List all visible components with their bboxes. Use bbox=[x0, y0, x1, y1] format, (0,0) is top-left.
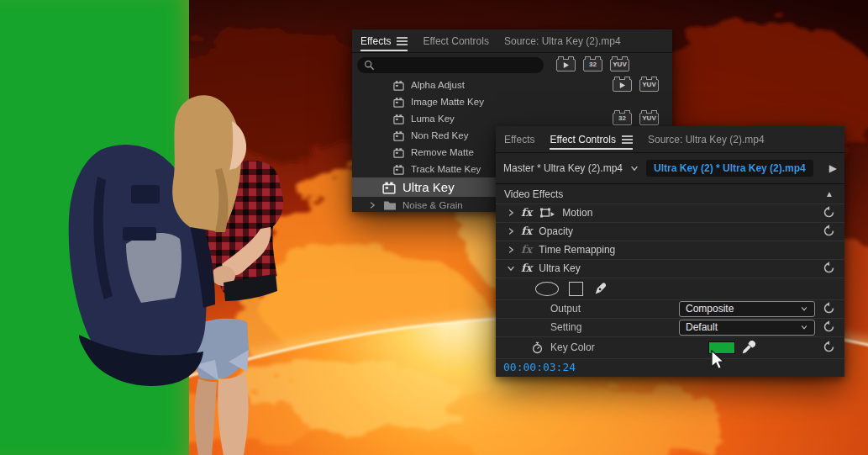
effect-icon bbox=[393, 80, 404, 91]
accelerated-effects-badge-icon[interactable] bbox=[556, 59, 576, 71]
effect-row-opacity[interactable]: fx Opacity bbox=[496, 222, 844, 241]
fx-badge-icon: fx bbox=[521, 206, 532, 219]
reset-parameter-button[interactable] bbox=[822, 341, 835, 354]
timeline-clip-name[interactable]: Ultra Key (2) * Ultra Key (2).mp4 bbox=[646, 160, 813, 177]
effect-icon bbox=[393, 114, 404, 124]
key-color-label: Key Color bbox=[550, 341, 595, 353]
ellipse-mask-button[interactable] bbox=[535, 282, 559, 296]
tab-effects[interactable]: Effects bbox=[360, 35, 408, 47]
tab-effects-label: Effects bbox=[360, 35, 391, 47]
yuv-badge: YUV bbox=[639, 79, 659, 92]
rectangle-mask-button[interactable] bbox=[569, 282, 583, 296]
video-effects-header: Video Effects ▲ bbox=[496, 185, 844, 204]
chevron-right-icon[interactable] bbox=[367, 200, 377, 210]
tab-effect-controls[interactable]: Effect Controls bbox=[550, 134, 632, 145]
effect-icon bbox=[393, 164, 404, 175]
setting-dropdown[interactable]: Default bbox=[679, 320, 815, 336]
effect-item-image-matte-key[interactable]: Image Matte Key bbox=[352, 93, 672, 110]
panel-menu-icon[interactable] bbox=[622, 135, 633, 144]
tab-source-monitor[interactable]: Source: Ultra Key (2).mp4 bbox=[648, 134, 765, 145]
32bit-badge: 32 bbox=[613, 113, 632, 125]
motion-transform-icon bbox=[539, 206, 555, 220]
chevron-down-icon bbox=[800, 304, 808, 313]
effect-icon bbox=[382, 181, 396, 194]
setting-label: Setting bbox=[550, 321, 581, 333]
effect-row-ultra-key[interactable]: fx Ultra Key bbox=[496, 259, 844, 278]
fx-badge-icon: fx bbox=[521, 262, 532, 274]
yuv-effects-badge[interactable]: YUV bbox=[610, 59, 629, 71]
stopwatch-keyframe-icon[interactable] bbox=[531, 341, 544, 354]
reset-effect-button[interactable] bbox=[822, 225, 835, 238]
chevron-down-icon bbox=[800, 323, 808, 331]
effect-icon bbox=[393, 97, 404, 108]
effect-item-luma-key[interactable]: Luma Key 32 YUV bbox=[352, 110, 672, 127]
chevron-down-icon[interactable] bbox=[506, 263, 516, 273]
chevron-right-icon[interactable] bbox=[506, 245, 516, 255]
output-property-row: Output Composite bbox=[496, 299, 844, 319]
search-box[interactable] bbox=[357, 57, 544, 73]
chevron-right-icon[interactable] bbox=[506, 208, 516, 218]
eyedropper-icon[interactable] bbox=[741, 341, 755, 355]
master-clip-label: Master * Ultra Key (2).mp4 bbox=[503, 162, 623, 174]
person-legs bbox=[218, 372, 248, 455]
tab-effects[interactable]: Effects bbox=[504, 134, 534, 145]
reset-parameter-button[interactable] bbox=[822, 320, 835, 334]
effects-panel-tabbar: Effects Effect Controls Source: Ultra Ke… bbox=[352, 29, 672, 53]
chevron-down-icon[interactable] bbox=[629, 163, 639, 173]
next-clip-icon[interactable]: ▶ bbox=[829, 163, 837, 173]
32bit-effects-badge[interactable]: 32 bbox=[583, 59, 602, 71]
setting-property-row: Setting Default bbox=[496, 318, 844, 337]
clip-selector-row: Master * Ultra Key (2).mp4 Ultra Key (2)… bbox=[496, 152, 844, 184]
reset-effect-button[interactable] bbox=[822, 206, 835, 220]
reset-parameter-button[interactable] bbox=[822, 302, 835, 315]
panel-menu-icon[interactable] bbox=[397, 37, 408, 45]
output-label: Output bbox=[550, 303, 581, 315]
effect-row-time-remapping[interactable]: fx Time Remapping bbox=[496, 241, 844, 260]
fx-badge-icon: fx bbox=[521, 243, 532, 256]
accelerated-badge-icon bbox=[613, 79, 632, 92]
output-dropdown[interactable]: Composite bbox=[679, 301, 815, 317]
collapse-section-icon[interactable]: ▲ bbox=[825, 190, 834, 198]
filter-badges: 32 YUV bbox=[556, 59, 629, 71]
fx-badge-icon: fx bbox=[521, 225, 532, 237]
playhead-timecode[interactable]: 00:00:03:24 bbox=[503, 361, 576, 373]
effect-icon bbox=[393, 130, 404, 141]
effect-controls-panel: Effects Effect Controls Source: Ultra Ke… bbox=[496, 126, 844, 377]
effects-search-row: 32 YUV bbox=[352, 53, 672, 77]
search-input[interactable] bbox=[380, 59, 537, 71]
tab-source-monitor[interactable]: Source: Ultra Key (2).mp4 bbox=[504, 35, 621, 47]
person-footage bbox=[50, 84, 294, 455]
effect-item-alpha-adjust[interactable]: Alpha Adjust YUV bbox=[352, 77, 672, 93]
key-color-property-row: Key Color bbox=[496, 336, 844, 359]
mouse-cursor bbox=[710, 350, 729, 372]
search-icon bbox=[364, 60, 375, 71]
tab-effect-controls[interactable]: Effect Controls bbox=[423, 35, 488, 47]
pen-mask-button[interactable] bbox=[593, 282, 608, 296]
effect-icon bbox=[393, 147, 404, 158]
timecode-row: 00:00:03:24 bbox=[496, 358, 844, 376]
yuv-badge: YUV bbox=[639, 113, 659, 125]
premiere-workspace: Effects Effect Controls Source: Ultra Ke… bbox=[0, 0, 868, 455]
folder-icon bbox=[383, 198, 397, 212]
chevron-right-icon[interactable] bbox=[506, 226, 516, 236]
effect-row-motion[interactable]: fx Motion bbox=[496, 204, 844, 223]
mask-tools-row bbox=[496, 278, 844, 300]
effect-controls-tabbar: Effects Effect Controls Source: Ultra Ke… bbox=[496, 126, 844, 153]
reset-effect-button[interactable] bbox=[822, 262, 835, 275]
